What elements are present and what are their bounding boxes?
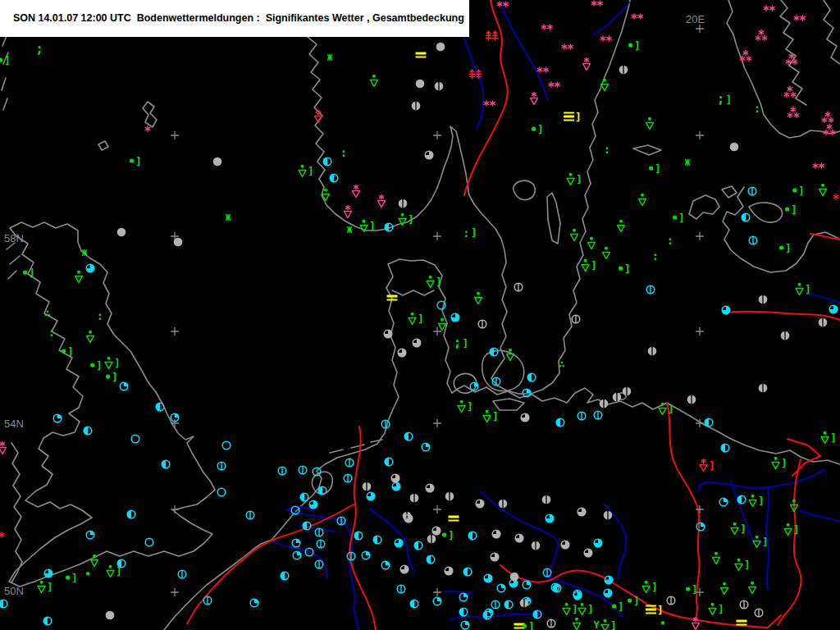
station-cloud-cover-symbol <box>432 596 443 607</box>
rain-shower-symbol <box>819 183 828 196</box>
rain-symbol: : <box>340 147 347 158</box>
ice-crystal-symbol: Ж <box>82 249 88 258</box>
blowing-snow-symbol <box>486 30 500 41</box>
station-cloud-cover-symbol <box>409 599 420 609</box>
station-cloud-cover-symbol <box>316 539 326 550</box>
station-cloud-cover-symbol <box>245 510 256 521</box>
station-cloud-cover-symbol <box>748 235 759 246</box>
station-cloud-cover-symbol <box>173 237 184 248</box>
rain-past-hour-symbol: ] <box>89 359 103 372</box>
rain-shower-symbol: ] <box>482 409 499 422</box>
station-cloud-cover-symbol <box>217 487 227 498</box>
station-cloud-cover-symbol <box>531 541 541 551</box>
station-cloud-cover-symbol <box>514 533 525 544</box>
rain-past-hour-symbol: ] <box>105 371 118 383</box>
rain-past-hour-symbol: ] <box>778 242 792 254</box>
station-cloud-cover-symbol <box>436 42 446 52</box>
heavy-snow-symbol <box>821 112 834 124</box>
rain-symbol: : <box>48 326 55 338</box>
rain-past-hour-symbol: ] <box>129 155 142 167</box>
graticule-cross <box>171 502 180 518</box>
rain-shower-symbol: ] <box>562 602 578 615</box>
rain-past-hour-symbol: ] <box>522 620 535 630</box>
station-cloud-cover-symbol <box>593 538 604 549</box>
rain-shower-symbol <box>600 78 609 91</box>
hail-shower-symbol <box>314 110 323 123</box>
graticule-label: 20E <box>686 13 705 25</box>
station-cloud-cover-symbol <box>381 419 391 430</box>
rain-shower-symbol: ] <box>426 275 442 288</box>
station-cloud-cover-symbol <box>119 381 130 392</box>
station-cloud-cover-symbol <box>593 410 604 421</box>
heavy-snow-symbol <box>785 53 798 66</box>
station-cloud-cover-symbol <box>203 596 213 606</box>
snow-symbol <box>548 81 561 88</box>
station-cloud-cover-symbol <box>409 493 420 504</box>
station-cloud-cover-symbol <box>412 338 422 349</box>
ice-crystal-symbol: Ж <box>685 158 691 167</box>
station-cloud-cover-symbol <box>519 598 530 609</box>
station-cloud-cover-symbol <box>317 486 328 496</box>
station-cloud-cover-symbol <box>491 529 502 540</box>
rain-shower-symbol: ] <box>820 431 837 444</box>
station-cloud-cover-symbol <box>314 559 325 570</box>
rain-shower-symbol: ] <box>708 602 724 615</box>
snow-shower-symbol <box>530 92 539 105</box>
snow-symbol <box>541 24 554 30</box>
station-cloud-cover-symbol <box>83 426 94 436</box>
rain-past-hour-symbol: ] <box>685 583 698 596</box>
station-cloud-cover-symbol <box>482 610 493 621</box>
station-cloud-cover-symbol <box>362 482 372 492</box>
station-cloud-cover-symbol <box>780 331 791 341</box>
station-cloud-cover-symbol <box>522 580 532 591</box>
station-cloud-cover-symbol <box>545 514 555 524</box>
rain-shower-symbol: ] <box>457 399 473 413</box>
station-cloud-cover-symbol <box>719 497 729 508</box>
station-cloud-cover-symbol <box>603 588 614 599</box>
station-cloud-cover-symbol <box>522 388 532 399</box>
station-cloud-cover-symbol <box>729 142 740 153</box>
snow-shower-symbol: ] <box>699 459 715 472</box>
graticule-label: 58N <box>4 232 24 244</box>
rain-symbol: :] <box>463 226 477 239</box>
station-cloud-cover-symbol <box>741 212 751 223</box>
station-cloud-cover-symbol <box>384 457 395 468</box>
graticule-cross <box>696 128 705 144</box>
station-cloud-cover-symbol <box>336 516 347 527</box>
snow-symbol <box>812 162 825 169</box>
station-cloud-cover-symbol <box>404 514 414 524</box>
snow-shower-symbol <box>377 194 386 208</box>
station-cloud-cover-symbol <box>346 551 357 562</box>
snow-shower-symbol <box>692 617 701 630</box>
fog-past-hour-symbol: ] <box>646 604 664 616</box>
rain-symbol: ∴ <box>44 308 51 318</box>
fog-past-hour-symbol: ] <box>564 111 582 123</box>
station-cloud-cover-symbol <box>116 227 127 238</box>
station-cloud-cover-symbol <box>463 567 473 578</box>
ice-crystal-symbol: Ж <box>327 53 333 62</box>
rain-shower-symbol: ] <box>106 564 122 578</box>
station-cloud-cover-symbol <box>52 413 63 424</box>
station-cloud-cover-symbol <box>527 372 537 383</box>
station-cloud-cover-symbol <box>504 600 514 610</box>
rain-shower-symbol: ] <box>581 258 597 272</box>
rain-symbol: : <box>97 310 103 322</box>
rain-past-hour-symbol: ] <box>441 529 454 541</box>
rain-shower-symbol: ] <box>748 494 765 507</box>
rain-shower-symbol: ] <box>600 619 617 630</box>
graticule-cross <box>433 128 442 144</box>
heavy-snow-symbol <box>783 86 797 98</box>
snow-symbol <box>833 194 839 200</box>
station-cloud-cover-symbol <box>424 150 435 161</box>
rain-shower-symbol: ] <box>104 356 121 369</box>
rain-shower-symbol: ] <box>658 402 674 415</box>
snow-shower-symbol <box>0 441 7 454</box>
station-cloud-cover-symbol <box>573 589 583 600</box>
graticule-cross <box>171 128 180 144</box>
graticule-cross <box>433 229 442 244</box>
station-cloud-cover-symbol <box>496 583 507 594</box>
station-cloud-cover-symbol <box>312 467 322 477</box>
rain-shower-symbol: ] <box>298 164 314 177</box>
rain-shower-symbol: ] <box>795 282 811 295</box>
rain-shower-symbol <box>748 581 757 594</box>
